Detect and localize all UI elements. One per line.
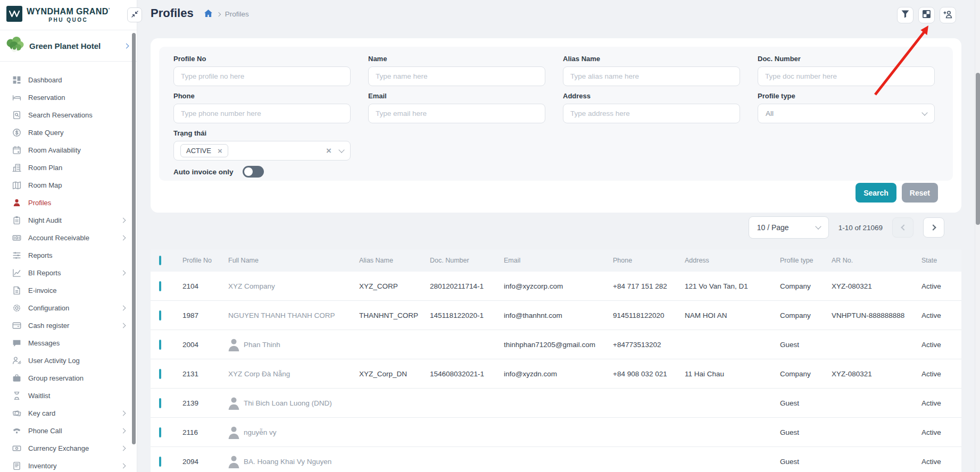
- sidebar-item-messages[interactable]: Messages: [0, 334, 137, 352]
- chevron-right-icon: [121, 428, 126, 434]
- row-checkbox[interactable]: [159, 398, 161, 408]
- home-icon[interactable]: [204, 10, 212, 19]
- person-icon: [12, 198, 21, 208]
- sidebar-item-reports[interactable]: Reports: [0, 247, 137, 264]
- filter-button[interactable]: [897, 7, 913, 23]
- briefcase-icon: [12, 374, 21, 383]
- profile-name-link[interactable]: Thi Bich Loan Luong (DND): [244, 399, 332, 407]
- sidebar-item-room-availability[interactable]: Room Availability: [0, 141, 137, 159]
- page-size-select[interactable]: 10 / Page: [749, 216, 829, 239]
- page-scrollbar-thumb[interactable]: [976, 73, 980, 225]
- avatar: [228, 426, 239, 439]
- search-document-icon: [12, 111, 21, 120]
- brand-subtitle: PHU QUOC: [48, 17, 88, 23]
- chevron-right-icon: [121, 306, 126, 311]
- sidebar-item-e-invoice[interactable]: E-invoice: [0, 282, 137, 299]
- sidebar-item-inventory[interactable]: Inventory: [0, 457, 137, 472]
- phone-input[interactable]: [173, 104, 351, 123]
- auto-invoice-toggle[interactable]: [243, 166, 264, 178]
- table-row[interactable]: 2104 XYZ Company XYZ_CORP 280120211714-1…: [151, 272, 961, 301]
- profile-no-input[interactable]: [173, 66, 351, 86]
- search-button[interactable]: Search: [856, 183, 896, 203]
- profile-name-link[interactable]: BA. Hoang Khai Vy Nguyen: [244, 458, 331, 466]
- table-row[interactable]: 2004 Phan Thinh thinhphan71205@gmail.com…: [151, 330, 961, 359]
- field-email: Email: [368, 92, 545, 123]
- calendar-icon: [12, 146, 21, 155]
- hotel-tree-icon: [5, 36, 24, 55]
- row-checkbox[interactable]: [159, 457, 161, 467]
- sidebar-item-night-audit[interactable]: Night Audit: [0, 212, 137, 229]
- profile-name-link[interactable]: nguyễn vy: [244, 428, 277, 436]
- sidebar-scrollbar[interactable]: [132, 33, 136, 444]
- collapse-sidebar-button[interactable]: [127, 7, 142, 22]
- profile-name-link[interactable]: Phan Thinh: [244, 341, 280, 349]
- row-checkbox[interactable]: [159, 427, 161, 437]
- table-row[interactable]: 2139 Thi Bich Loan Luong (DND) Guest Act…: [151, 389, 961, 418]
- sidebar-item-room-plan[interactable]: Room Plan: [0, 159, 137, 176]
- sidebar-item-account-receivable[interactable]: Account Receivable: [0, 229, 137, 247]
- sidebar-item-group-reservation[interactable]: Group reservation: [0, 369, 137, 387]
- field-label: Phone: [173, 92, 351, 100]
- sidebar-item-profiles[interactable]: Profiles: [0, 194, 137, 212]
- bed-icon: [12, 93, 21, 103]
- wyndham-grand-logo-icon: [6, 6, 22, 24]
- chevron-right-icon: [121, 411, 126, 416]
- sidebar-item-currency-exchange[interactable]: Currency Exchange: [0, 440, 137, 457]
- brand-logo: WYNDHAM GRAND’ PHU QUOC: [6, 6, 110, 24]
- reset-button[interactable]: Reset: [902, 183, 938, 203]
- filter-actions: Search Reset: [856, 183, 938, 203]
- main-content: Profiles Profiles Profile No Name: [137, 0, 980, 472]
- banknote-icon: [12, 233, 21, 243]
- profile-type-select[interactable]: All: [758, 104, 935, 123]
- hotel-selector[interactable]: Green Planet Hotel: [0, 30, 137, 62]
- hotel-name: Green Planet Hotel: [29, 41, 120, 50]
- row-checkbox[interactable]: [159, 369, 161, 379]
- table-row[interactable]: 2116 nguyễn vy Guest Active: [151, 418, 961, 447]
- field-label: Doc. Number: [758, 55, 935, 63]
- field-alias-name: Alias Name: [563, 55, 740, 86]
- remove-tag-icon[interactable]: ×: [218, 147, 222, 155]
- clear-select-icon[interactable]: ×: [326, 146, 331, 155]
- sidebar-item-phone-call[interactable]: Phone Call: [0, 422, 137, 440]
- sidebar-item-search-reservations[interactable]: Search Reservations: [0, 106, 137, 124]
- map-icon: [12, 181, 21, 190]
- doc-number-input[interactable]: [758, 66, 935, 86]
- alias-name-input[interactable]: [563, 66, 740, 86]
- address-input[interactable]: [563, 104, 740, 123]
- prev-page-button[interactable]: [892, 217, 913, 238]
- sidebar-item-waitlist[interactable]: Waitlist: [0, 387, 137, 404]
- currency-icon: [12, 444, 21, 453]
- sidebar-item-bi-reports[interactable]: BI Reports: [0, 264, 137, 282]
- add-profile-button[interactable]: [940, 7, 956, 23]
- chevron-right-icon: [121, 463, 126, 469]
- sidebar-item-reservation[interactable]: Reservation: [0, 89, 137, 106]
- sidebar-item-rate-query[interactable]: Rate Query: [0, 124, 137, 141]
- row-checkbox[interactable]: [159, 310, 161, 321]
- sidebar-item-room-map[interactable]: Room Map: [0, 176, 137, 194]
- sidebar-item-configuration[interactable]: Configuration: [0, 299, 137, 317]
- pagination-range: 1-10 of 21069: [838, 224, 883, 232]
- sidebar-item-cash-register[interactable]: Cash register: [0, 317, 137, 334]
- select-all-checkbox[interactable]: [159, 256, 161, 265]
- table-row[interactable]: 2094 BA. Hoang Khai Vy Nguyen Guest Acti…: [151, 447, 961, 472]
- profile-name-link[interactable]: NGUYEN THANH THANH CORP: [228, 311, 335, 319]
- next-page-button[interactable]: [923, 217, 944, 238]
- table-row[interactable]: 1987 NGUYEN THANH THANH CORP THANHNT_COR…: [151, 301, 961, 330]
- profile-name-link[interactable]: XYZ Corp Đà Nẵng: [228, 370, 290, 378]
- line-chart-icon: [12, 268, 21, 278]
- status-multiselect[interactable]: ACTIVE × ×: [173, 141, 351, 161]
- profile-name-link[interactable]: XYZ Company: [228, 282, 275, 290]
- row-checkbox[interactable]: [159, 340, 161, 350]
- field-label: Profile type: [758, 92, 935, 100]
- name-input[interactable]: [368, 66, 545, 86]
- sidebar-item-user-activity-log[interactable]: User Activity Log: [0, 352, 137, 369]
- sidebar-item-dashboard[interactable]: Dashboard: [0, 71, 137, 89]
- column-settings-button[interactable]: [918, 7, 935, 23]
- table-row[interactable]: 2131 XYZ Corp Đà Nẵng XYZ_Corp_DN 154608…: [151, 359, 961, 389]
- table-header: Profile No Full Name Alias Name Doc. Num…: [151, 249, 961, 272]
- email-input[interactable]: [368, 104, 545, 123]
- profiles-table: Profile No Full Name Alias Name Doc. Num…: [151, 249, 961, 472]
- sidebar-item-key-card[interactable]: Key card: [0, 404, 137, 422]
- avatar: [228, 338, 239, 351]
- row-checkbox[interactable]: [159, 281, 161, 291]
